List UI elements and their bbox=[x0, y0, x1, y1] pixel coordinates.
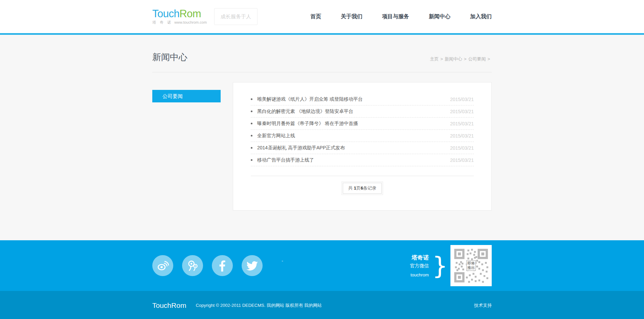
news-date: 2015/03/21 bbox=[450, 133, 474, 139]
news-row: 2014圣诞献礼 高手游戏助手APP正式发布 2015/03/21 bbox=[251, 142, 474, 154]
news-link[interactable]: 2014圣诞献礼 高手游戏助手APP正式发布 bbox=[257, 145, 345, 151]
list-end-divider bbox=[251, 176, 474, 176]
footer-logo: TouchRom bbox=[152, 301, 186, 310]
breadcrumb-company-news[interactable]: 公司要闻 bbox=[468, 56, 486, 62]
news-date: 2015/03/21 bbox=[450, 97, 474, 102]
nav-item-services[interactable]: 项目与服务 bbox=[382, 13, 409, 20]
sidebar-item-company-news[interactable]: 公司要闻 bbox=[152, 90, 221, 102]
bullet-dot bbox=[251, 159, 252, 161]
pagination-record-unit: 条记录 bbox=[363, 186, 376, 191]
bullet-dot bbox=[251, 123, 252, 124]
facebook-icon[interactable] bbox=[212, 255, 233, 276]
news-link[interactable]: 黑白化的解密元素 《地狱边境》登陆安卓平台 bbox=[257, 108, 353, 115]
weibo-icon[interactable] bbox=[152, 255, 173, 276]
qr-coming-soon-label: 即将推出 bbox=[466, 260, 476, 271]
copyright-text: Copyright © 2002-2011 DEDECMS. 我的网站 版权所有… bbox=[196, 302, 322, 309]
breadcrumb: 主页>新闻中心>公司要闻> bbox=[430, 56, 492, 64]
social-links: - bbox=[152, 255, 283, 276]
breadcrumb-separator: > bbox=[440, 56, 443, 62]
bullet-dot bbox=[251, 98, 252, 100]
news-row: 移动广告平台搞手游上线了 2015/03/21 bbox=[251, 154, 474, 166]
breadcrumb-home[interactable]: 主页 bbox=[430, 56, 439, 62]
pagination-summary: 共 1页6条记录 bbox=[343, 183, 382, 194]
news-row: 唯美解谜游戏《纸片人》开启众筹 或登陆移动平台 2015/03/21 bbox=[251, 93, 474, 105]
pagination-prefix: 共 bbox=[348, 186, 354, 191]
main-nav: 首页 关于我们 项目与服务 新闻中心 加入我们 bbox=[310, 13, 492, 20]
news-link[interactable]: 移动广告平台搞手游上线了 bbox=[257, 157, 314, 163]
pagination-record-count: 6 bbox=[361, 186, 363, 191]
news-date: 2015/03/21 bbox=[450, 109, 474, 114]
breadcrumb-separator: > bbox=[487, 56, 490, 62]
nav-item-home[interactable]: 首页 bbox=[310, 13, 321, 20]
wechat-account: touchrom bbox=[410, 272, 429, 277]
logo-subtitle: 塔 奇 诺www.touchrom.com bbox=[152, 20, 207, 25]
nav-item-join[interactable]: 加入我们 bbox=[470, 13, 492, 20]
search-icon[interactable] bbox=[182, 255, 203, 276]
news-date: 2015/03/21 bbox=[450, 145, 474, 151]
nav-item-about[interactable]: 关于我们 bbox=[341, 13, 362, 20]
logo-subtitle-url: www.touchrom.com bbox=[174, 20, 207, 24]
wechat-label: 官方微信 bbox=[410, 263, 429, 269]
bottom-bar: TouchRom Copyright © 2002-2011 DEDECMS. … bbox=[0, 291, 644, 319]
brace-decoration: } bbox=[432, 253, 448, 278]
main-section: 新闻中心 主页>新闻中心>公司要闻> 公司要闻 唯美解谜游戏《纸片人》开启众筹 … bbox=[0, 35, 644, 240]
news-date: 2015/03/21 bbox=[450, 157, 474, 163]
bullet-dot bbox=[251, 111, 252, 112]
wechat-block: 塔奇诺 官方微信 touchrom } bbox=[410, 245, 492, 286]
pagination-box: 共 1页6条记录 bbox=[341, 181, 383, 195]
sidebar: 公司要闻 bbox=[152, 82, 221, 211]
pagination-page-unit: 页 bbox=[356, 186, 361, 191]
pagination-page-count: 1 bbox=[354, 186, 356, 191]
bullet-dot bbox=[251, 135, 252, 137]
wechat-qr-code: 即将推出 bbox=[450, 245, 492, 286]
news-link[interactable]: 全新官方网站上线 bbox=[257, 133, 295, 139]
site-header: TouchRom 塔 奇 诺www.touchrom.com 成长服务于人 首页… bbox=[0, 0, 644, 35]
site-logo[interactable]: TouchRom 塔 奇 诺www.touchrom.com bbox=[152, 8, 207, 25]
breadcrumb-separator: > bbox=[464, 56, 467, 62]
dash-decoration: - bbox=[282, 258, 283, 264]
page-title: 新闻中心 bbox=[152, 51, 187, 64]
twitter-icon[interactable] bbox=[242, 255, 263, 276]
news-panel: 唯美解谜游戏《纸片人》开启众筹 或登陆移动平台 2015/03/21 黑白化的解… bbox=[233, 82, 492, 211]
news-row: 全新官方网站上线 2015/03/21 bbox=[251, 130, 474, 142]
nav-item-news[interactable]: 新闻中心 bbox=[429, 13, 450, 20]
wechat-brand: 塔奇诺 bbox=[410, 254, 429, 262]
news-row: 黑白化的解密元素 《地狱边境》登陆安卓平台 2015/03/21 bbox=[251, 105, 474, 118]
tagline-box: 成长服务于人 bbox=[214, 8, 258, 25]
logo-text-rom: Rom bbox=[179, 8, 201, 20]
news-row: 曝秦时明月番外篇《帝子降兮》 将在手游中首播 2015/03/21 bbox=[251, 118, 474, 130]
news-link[interactable]: 唯美解谜游戏《纸片人》开启众筹 或登陆移动平台 bbox=[257, 96, 363, 102]
news-date: 2015/03/21 bbox=[450, 121, 474, 126]
page-head: 新闻中心 主页>新闻中心>公司要闻> bbox=[152, 51, 492, 72]
site-footer: - 塔奇诺 官方微信 touchrom } bbox=[0, 240, 644, 291]
news-link[interactable]: 曝秦时明月番外篇《帝子降兮》 将在手游中首播 bbox=[257, 121, 358, 127]
bullet-dot bbox=[251, 147, 252, 149]
tech-support-link[interactable]: 技术支持 bbox=[474, 302, 492, 309]
breadcrumb-news[interactable]: 新闻中心 bbox=[445, 56, 462, 62]
tagline-text: 成长服务于人 bbox=[221, 14, 251, 20]
logo-subtitle-cn: 塔 奇 诺 bbox=[152, 20, 172, 24]
logo-text-touch: Touch bbox=[152, 8, 179, 20]
